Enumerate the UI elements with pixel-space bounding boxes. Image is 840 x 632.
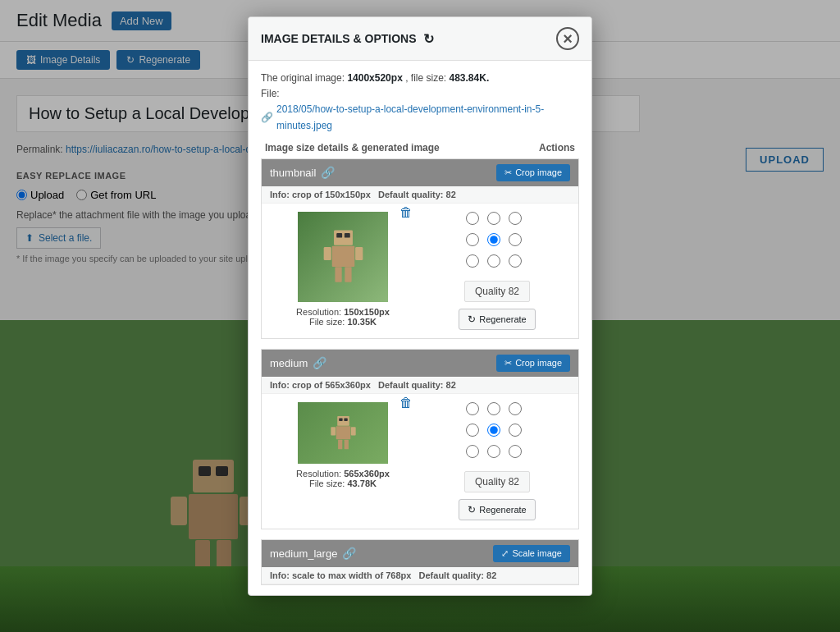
modal-title-container: IMAGE DETAILS & OPTIONS ↻ (261, 31, 434, 47)
radio-med-tc[interactable] (487, 402, 500, 415)
size-header-thumbnail: thumbnail 🔗 ✂ Crop image (262, 159, 578, 186)
thumbnail-link-icon[interactable]: 🔗 (321, 166, 335, 179)
medium-large-scale-button[interactable]: ⤢ Scale image (493, 545, 570, 562)
svg-rect-11 (336, 233, 342, 238)
radio-mc[interactable] (487, 233, 500, 246)
medium-image (298, 402, 388, 464)
thumbnail-controls-col: Quality 82 ↻ Regenerate (424, 212, 570, 330)
radio-bl[interactable] (466, 254, 479, 268)
radio-tl[interactable] (466, 212, 479, 225)
link-icon: 🔗 (261, 110, 273, 126)
thumbnail-delete-icon[interactable]: 🗑 (399, 205, 413, 220)
thumbnail-resolution: Resolution: 150x150px (296, 307, 390, 317)
radio-mr[interactable] (509, 233, 522, 246)
radio-tc[interactable] (487, 212, 500, 225)
medium-info-bar: Info: crop of 565x360px Default quality:… (262, 377, 578, 394)
radio-tr[interactable] (509, 212, 522, 225)
medium-large-info-bar: Info: scale to max width of 768px Defaul… (262, 567, 578, 584)
thumbnail-crop-button[interactable]: ✂ Crop image (496, 164, 570, 181)
thumbnail-regenerate-button[interactable]: ↻ Regenerate (459, 309, 536, 330)
regen-icon-medium: ↻ (468, 504, 476, 515)
modal-title-text: IMAGE DETAILS & OPTIONS (261, 32, 417, 45)
radio-med-bc[interactable] (487, 445, 500, 458)
medium-link-icon[interactable]: 🔗 (313, 356, 326, 369)
modal-dialog: IMAGE DETAILS & OPTIONS ↻ × The original… (248, 16, 592, 596)
refresh-icon: ↻ (423, 31, 434, 47)
scale-icon: ⤢ (501, 548, 509, 559)
radio-br[interactable] (509, 254, 522, 268)
regen-icon-thumb: ↻ (468, 314, 476, 325)
radio-med-mr[interactable] (509, 424, 522, 437)
radio-med-mc[interactable] (487, 424, 500, 437)
medium-large-link-icon[interactable]: 🔗 (342, 547, 356, 560)
svg-rect-14 (323, 247, 331, 260)
medium-radio-grid (466, 402, 528, 465)
medium-regenerate-button[interactable]: ↻ Regenerate (459, 499, 536, 520)
thumbnail-image-col: 🗑 Resolution: 150x150px File size: 10.35… (270, 212, 416, 330)
size-section-medium: medium 🔗 ✂ Crop image Info: crop of 565x… (261, 349, 579, 529)
file-link[interactable]: 🔗 2018/05/how-to-setup-a-local-developme… (261, 102, 579, 133)
size-section-medium-large: medium_large 🔗 ⤢ Scale image Info: scale… (261, 539, 579, 585)
svg-rect-15 (355, 247, 363, 260)
radio-ml[interactable] (466, 233, 479, 246)
svg-rect-17 (345, 268, 351, 282)
medium-delete-icon[interactable]: 🗑 (399, 396, 413, 410)
size-section-thumbnail: thumbnail 🔗 ✂ Crop image Info: crop of 1… (261, 158, 579, 339)
medium-large-name: medium_large (270, 547, 337, 560)
crop-icon-thumb: ✂ (504, 167, 512, 178)
svg-rect-21 (336, 426, 350, 439)
medium-quality-box: Quality 82 (464, 471, 530, 492)
radio-med-br[interactable] (509, 445, 522, 458)
svg-rect-18 (337, 416, 349, 426)
radio-med-tr[interactable] (509, 402, 522, 415)
thumbnail-info-bar: Info: crop of 150x150px Default quality:… (262, 186, 578, 204)
medium-name: medium (270, 357, 308, 369)
svg-rect-25 (344, 439, 348, 449)
svg-rect-13 (331, 246, 354, 267)
radio-bc[interactable] (487, 254, 500, 268)
modal-close-button[interactable]: × (556, 27, 579, 50)
size-header-medium: medium 🔗 ✂ Crop image (262, 350, 578, 377)
modal-body: The original image: 1400x520px , file si… (249, 61, 591, 595)
thumbnail-filesize: File size: 10.35K (309, 317, 377, 327)
thumbnail-content: 🗑 Resolution: 150x150px File size: 10.35… (262, 204, 578, 338)
medium-content: 🗑 Resolution: 565x360px File size: 43.78… (262, 394, 578, 529)
medium-robot-svg (329, 410, 358, 456)
medium-image-col: 🗑 Resolution: 565x360px File size: 43.78… (270, 402, 416, 520)
thumb-robot-svg (321, 226, 366, 287)
modal-header: IMAGE DETAILS & OPTIONS ↻ × (249, 17, 591, 61)
thumbnail-image (298, 212, 388, 302)
original-info: The original image: 1400x520px , file si… (261, 71, 579, 134)
medium-controls-col: Quality 82 ↻ Regenerate (424, 402, 570, 520)
radio-med-bl[interactable] (466, 445, 479, 458)
svg-rect-24 (338, 439, 342, 449)
radio-med-ml[interactable] (466, 424, 479, 437)
radio-med-tl[interactable] (466, 402, 479, 415)
section-headers: Image size details & generated image Act… (261, 142, 579, 153)
thumbnail-quality-box: Quality 82 (464, 281, 530, 302)
svg-rect-23 (350, 427, 355, 435)
medium-wrapper: 🗑 (298, 402, 388, 464)
svg-rect-12 (344, 233, 349, 238)
thumbnail-wrapper: 🗑 (298, 212, 388, 302)
thumbnail-name: thumbnail (270, 167, 316, 179)
thumbnail-radio-grid (466, 212, 528, 274)
modal-overlay: IMAGE DETAILS & OPTIONS ↻ × The original… (0, 0, 840, 632)
svg-rect-20 (344, 418, 347, 421)
svg-rect-16 (335, 268, 341, 282)
crop-icon-medium: ✂ (504, 358, 512, 369)
svg-rect-10 (334, 231, 353, 245)
size-header-medium-large: medium_large 🔗 ⤢ Scale image (262, 540, 578, 567)
svg-rect-19 (339, 418, 342, 421)
medium-resolution: Resolution: 565x360px (296, 469, 390, 479)
svg-rect-22 (331, 427, 336, 435)
medium-filesize: File size: 43.78K (309, 479, 377, 488)
medium-crop-button[interactable]: ✂ Crop image (496, 355, 570, 372)
